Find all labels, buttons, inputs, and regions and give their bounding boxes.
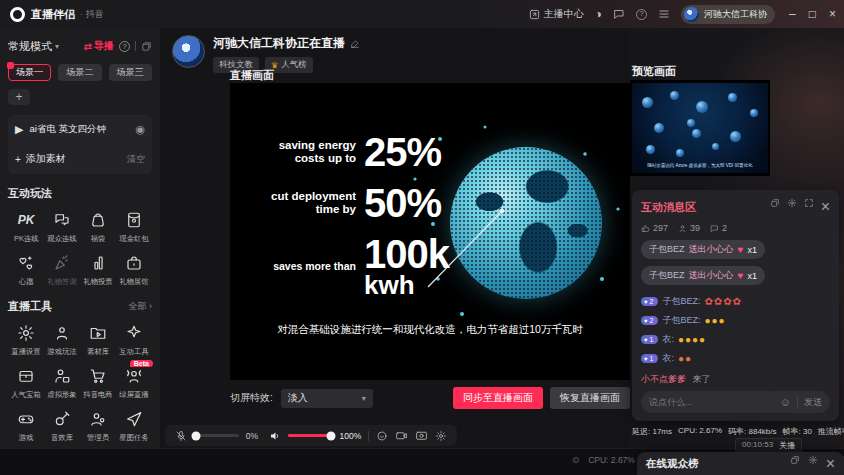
scene-tab-2[interactable]: 场景二	[58, 64, 101, 81]
tool-green-screen[interactable]: Beta 绿屏直播	[116, 366, 152, 400]
anchor-center-button[interactable]: 主播中心	[529, 7, 584, 21]
chat-message: ♥2 子包BEZ: ●●●	[641, 314, 830, 327]
tool-games[interactable]: 游戏	[8, 409, 44, 443]
stream-stats-row: 延迟: 17ms CPU: 2.67% 码率: 884kb/s 帧率: 30 推…	[632, 426, 842, 437]
popout-icon[interactable]	[790, 455, 800, 473]
account-chip[interactable]: 河驰大信工科协	[681, 5, 775, 24]
speaker-icon[interactable]	[269, 430, 281, 442]
app-subtitle: · 抖音	[80, 8, 104, 21]
main-area: 河驰大信工科协正在直播 科技文教 ♛ 人气榜 直播画面	[160, 28, 630, 448]
help-icon[interactable]: ?	[636, 9, 647, 20]
scene-tab-1[interactable]: 场景一	[8, 64, 51, 81]
mode-dropdown[interactable]: 常规模式 ▾	[8, 39, 59, 54]
admins-icon	[89, 409, 108, 428]
expand-icon[interactable]	[804, 198, 814, 216]
mic-muted-icon[interactable]	[175, 430, 187, 442]
tool-live-settings[interactable]: 直播设置	[8, 323, 44, 357]
edit-title-icon[interactable]	[350, 39, 360, 49]
sync-to-live-button[interactable]: 同步至直播画面	[453, 387, 543, 409]
tool-material-library[interactable]: 素材库	[80, 323, 116, 357]
audience-link-icon	[53, 210, 72, 229]
popout-icon[interactable]	[770, 198, 780, 216]
gear-icon[interactable]	[787, 198, 797, 216]
gear-icon[interactable]	[808, 455, 818, 473]
popout-icon[interactable]	[141, 41, 152, 52]
interact-gift-thanks[interactable]: 礼物答谢	[44, 253, 80, 287]
divider	[797, 397, 798, 407]
wish-icon	[17, 253, 36, 272]
slide-stat3-unit: kwh	[364, 273, 449, 298]
tool-interact-tools[interactable]: 互动工具	[116, 323, 152, 357]
fan-level-badge: ♥2	[641, 297, 658, 306]
status-cpu: CPU: 2.67%	[588, 455, 635, 465]
effects-select[interactable]: 淡入 ▾	[281, 389, 373, 408]
stream-title: 河驰大信工科协正在直播	[213, 35, 345, 52]
clear-materials-button[interactable]: 清空	[127, 153, 145, 166]
gift-hall-icon	[125, 253, 144, 272]
tool-admins[interactable]: 管理员	[80, 409, 116, 443]
comment-counter: 2	[710, 223, 727, 233]
mic-volume-slider[interactable]	[194, 434, 239, 437]
heart-icon: ♥	[738, 244, 744, 255]
theme-toggle-icon[interactable]: ◑	[595, 8, 602, 20]
director-help-icon[interactable]: ?	[119, 41, 130, 52]
interact-pk-link[interactable]: PK PK连线	[8, 210, 44, 244]
speaker-volume-slider[interactable]	[288, 434, 333, 437]
menu-icon[interactable]	[658, 8, 670, 20]
add-material-button[interactable]: + 添加素材	[15, 152, 66, 166]
interact-audience-link[interactable]: 观众连线	[44, 210, 80, 244]
interact-red-packet[interactable]: 现金红包	[116, 210, 152, 244]
beta-badge: Beta	[130, 360, 153, 367]
minimize-button[interactable]: –	[789, 7, 796, 21]
camera-icon[interactable]	[395, 429, 408, 442]
material-item[interactable]: ▶ ai省电 英文四分钟 ◉	[15, 123, 145, 136]
tool-popularity-chest[interactable]: 人气宝箱	[8, 366, 44, 400]
tool-sound-library[interactable]: 音效库	[44, 409, 80, 443]
scene-tab-3[interactable]: 场景三	[109, 64, 152, 81]
account-name: 河驰大信工科协	[704, 8, 767, 21]
push-fps-stat: 推流帧率: 30	[818, 426, 844, 437]
divider	[135, 41, 136, 51]
interact-gift-vote[interactable]: 礼物投票	[80, 253, 116, 287]
close-icon[interactable]: ×	[821, 198, 830, 216]
bubble-icon	[710, 224, 719, 233]
app-logo-icon	[10, 7, 25, 22]
end-stream-button[interactable]: 关播	[779, 440, 795, 451]
emoji-icon[interactable]: ☺	[780, 396, 791, 408]
guitar-icon	[53, 409, 72, 428]
add-scene-button[interactable]: +	[8, 89, 30, 105]
chat-input[interactable]: 说点什么... ☺ 发送	[641, 391, 830, 413]
account-avatar	[684, 7, 699, 22]
feedback-icon[interactable]	[613, 8, 625, 20]
interact-gift-hall[interactable]: 礼物展馆	[116, 253, 152, 287]
effects-label: 切屏特效:	[230, 391, 273, 405]
director-mode-button[interactable]: ⇄ 导播	[84, 39, 114, 53]
maximize-button[interactable]: □	[809, 7, 816, 21]
restore-live-button[interactable]: 恢复直播画面	[550, 387, 630, 409]
locate-icon[interactable]: ◉	[135, 123, 145, 136]
tool-virtual-avatar[interactable]: 虚拟形象	[44, 366, 80, 400]
slide-subtitle: 对混合基础设施进行统一和现代化改造，电力节省超过10万千瓦时	[271, 321, 589, 337]
beauty-icon[interactable]	[376, 430, 388, 442]
interact-wish[interactable]: 心愿	[8, 253, 44, 287]
close-icon[interactable]: ×	[826, 455, 835, 473]
tool-xingtu-tasks[interactable]: 星图任务	[116, 409, 152, 443]
tool-game-play[interactable]: 游戏玩法	[44, 323, 80, 357]
pk-icon: PK	[17, 210, 36, 229]
slide-stat2-label: cut deployment time by	[248, 190, 356, 216]
live-canvas[interactable]: saving energy costs up to 25% cut deploy…	[230, 83, 630, 380]
interact-lucky-bag[interactable]: 福袋	[80, 210, 116, 244]
capture-icon[interactable]	[415, 429, 428, 442]
thumb-up-icon	[641, 224, 650, 233]
latency-stat: 延迟: 17ms	[632, 426, 672, 437]
divider	[368, 431, 369, 441]
tool-douyin-ecommerce[interactable]: 抖音电商	[80, 366, 116, 400]
slide-stat3-label: saves more than	[248, 260, 356, 272]
close-button[interactable]: ×	[829, 7, 836, 21]
settings-icon[interactable]	[435, 430, 447, 442]
send-button[interactable]: 发送	[804, 396, 822, 409]
chat-input-placeholder: 说点什么...	[649, 396, 774, 409]
tools-all-link[interactable]: 全部 ›	[128, 300, 152, 313]
preview-thumbnail[interactable]: 随时按需访问 Azure 虚拟桌面，为大型 VDI 部署优化	[630, 80, 770, 176]
material-name: ai省电 英文四分钟	[29, 123, 129, 136]
